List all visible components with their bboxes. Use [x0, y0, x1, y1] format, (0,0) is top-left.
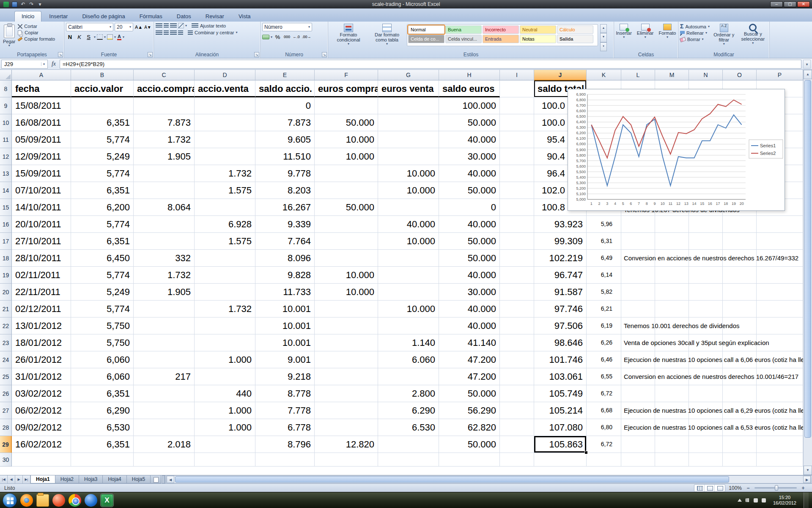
cell-J30[interactable]: [534, 453, 587, 467]
font-name-select[interactable]: Calibri▾: [66, 23, 113, 31]
cell-style-notas[interactable]: Notas: [520, 35, 556, 43]
cell-E16[interactable]: 9.339: [255, 216, 315, 233]
cell-J28[interactable]: 107.080: [534, 419, 587, 436]
embedded-chart[interactable]: 5,0005,1005,2005,3005,4005,5005,6005,700…: [568, 89, 785, 211]
cell-A20[interactable]: 22/11/2011: [12, 284, 71, 301]
row-header-8[interactable]: 8: [0, 80, 12, 97]
cell-A16[interactable]: 20/10/2011: [12, 216, 71, 233]
cell-I16[interactable]: [500, 216, 534, 233]
cell-N30[interactable]: [689, 453, 723, 467]
cell-D26[interactable]: 440: [195, 385, 255, 402]
cell-O17[interactable]: [723, 233, 757, 250]
taskbar-clock[interactable]: 15:20 16/02/2012: [770, 495, 800, 506]
row-header-13[interactable]: 13: [0, 165, 12, 182]
font-size-select[interactable]: 20▾: [115, 23, 133, 31]
row-header-16[interactable]: 16: [0, 216, 12, 233]
clear-button[interactable]: Borrar▾: [680, 37, 710, 42]
cell-C12[interactable]: 1.905: [134, 148, 195, 165]
cell-H8[interactable]: saldo euros: [439, 80, 500, 97]
cell-F13[interactable]: [315, 165, 378, 182]
scroll-left-icon[interactable]: ◀: [167, 476, 174, 483]
cell-A22[interactable]: 13/01/2012: [12, 318, 71, 334]
cell-N26[interactable]: [689, 385, 723, 402]
cell-L25[interactable]: Conversion en acciones de nuestros derec…: [621, 368, 655, 385]
cell-O20[interactable]: [723, 284, 757, 301]
cell-K30[interactable]: [587, 453, 621, 467]
cell-M30[interactable]: [655, 453, 689, 467]
action-center-icon[interactable]: [762, 498, 766, 502]
cell-G27[interactable]: 6.290: [378, 402, 439, 419]
cell-D16[interactable]: 6.928: [195, 216, 255, 233]
cell-I18[interactable]: [500, 250, 534, 267]
autosum-button[interactable]: ΣAutosuma▾: [680, 24, 710, 29]
cell-B22[interactable]: 5,750: [71, 318, 134, 334]
cell-H28[interactable]: 62.820: [439, 419, 500, 436]
cell-G14[interactable]: 10.000: [378, 182, 439, 199]
decrease-indent-icon[interactable]: [178, 30, 183, 35]
cell-P20[interactable]: [757, 284, 803, 301]
network-icon[interactable]: [746, 498, 750, 502]
cell-M21[interactable]: [655, 301, 689, 318]
align-middle-icon[interactable]: [164, 23, 169, 28]
cell-J25[interactable]: 103.061: [534, 368, 587, 385]
cell-P16[interactable]: [757, 216, 803, 233]
cell-N21[interactable]: [689, 301, 723, 318]
row-header-11[interactable]: 11: [0, 131, 12, 148]
cell-H12[interactable]: 30.000: [439, 148, 500, 165]
fill-button[interactable]: Rellenar▾: [680, 30, 710, 36]
cell-B17[interactable]: 6,351: [71, 233, 134, 250]
cell-C25[interactable]: 217: [134, 368, 195, 385]
qat-dropdown-icon[interactable]: ▾: [37, 2, 43, 7]
cell-E18[interactable]: 8.096: [255, 250, 315, 267]
cell-A17[interactable]: 27/10/2011: [12, 233, 71, 250]
cell-H15[interactable]: 0: [439, 199, 500, 216]
cell-H18[interactable]: 50.000: [439, 250, 500, 267]
cell-C26[interactable]: [134, 385, 195, 402]
cell-L22[interactable]: Tenemos 10.001 derechos de dividendos: [621, 318, 655, 334]
cell-K26[interactable]: 6,72: [587, 385, 621, 402]
page-break-view-icon[interactable]: [715, 485, 725, 491]
cell-D24[interactable]: 1.000: [195, 351, 255, 368]
cell-G19[interactable]: [378, 267, 439, 284]
cell-K24[interactable]: 6,46: [587, 351, 621, 368]
cell-A26[interactable]: 03/02/2012: [12, 385, 71, 402]
conditional-formatting-button[interactable]: Formato condicional ▾: [330, 23, 367, 51]
cell-G10[interactable]: [378, 114, 439, 131]
cell-H27[interactable]: 56.290: [439, 402, 500, 419]
close-button[interactable]: ✕: [797, 1, 810, 7]
cell-G28[interactable]: 6.530: [378, 419, 439, 436]
cell-style-normal[interactable]: Normal: [408, 25, 444, 34]
show-desktop-button[interactable]: [804, 492, 809, 508]
ribbon-tab-fórmulas[interactable]: Fórmulas: [133, 11, 169, 22]
cell-I29[interactable]: [500, 436, 534, 453]
cell-A8[interactable]: fecha: [12, 80, 71, 97]
cell-L20[interactable]: [621, 284, 655, 301]
cell-P22[interactable]: [757, 318, 803, 334]
cell-F16[interactable]: [315, 216, 378, 233]
undo-icon[interactable]: ↶: [20, 2, 26, 7]
cell-C21[interactable]: [134, 301, 195, 318]
wrap-text-button[interactable]: Ajustar texto: [192, 23, 226, 28]
cell-G12[interactable]: [378, 148, 439, 165]
cell-C29[interactable]: 2.018: [134, 436, 195, 453]
sheet-tab-hoja2[interactable]: Hoja2: [55, 475, 79, 483]
sheet-tab-hoja1[interactable]: Hoja1: [30, 475, 55, 483]
cell-L17[interactable]: [621, 233, 655, 250]
cell-D11[interactable]: [195, 131, 255, 148]
sheet-tab-hoja3[interactable]: Hoja3: [79, 475, 103, 483]
cell-B19[interactable]: 5,774: [71, 267, 134, 284]
cell-H9[interactable]: 100.000: [439, 97, 500, 114]
vertical-scrollbar[interactable]: ▲ ▼: [803, 70, 812, 475]
cell-A10[interactable]: 16/08/2011: [12, 114, 71, 131]
accounting-format-icon[interactable]: [262, 35, 269, 39]
cell-A23[interactable]: 18/01/2012: [12, 334, 71, 351]
column-header-F[interactable]: F: [315, 70, 378, 80]
cell-H24[interactable]: 47.200: [439, 351, 500, 368]
cell-style-entrada[interactable]: Entrada: [483, 35, 519, 43]
column-header-O[interactable]: O: [723, 70, 757, 80]
cell-F12[interactable]: 10.000: [315, 148, 378, 165]
row-header-19[interactable]: 19: [0, 267, 12, 284]
cell-A21[interactable]: 02/12/2011: [12, 301, 71, 318]
cell-F28[interactable]: [315, 419, 378, 436]
format-cells-button[interactable]: Formato▾: [658, 23, 678, 51]
